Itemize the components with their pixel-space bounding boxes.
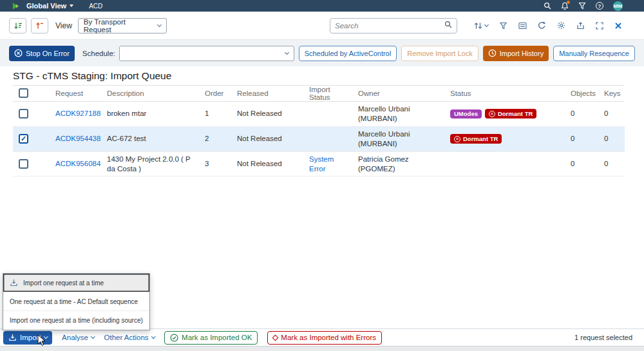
system-id: ACD bbox=[89, 3, 102, 10]
funnel-icon bbox=[499, 22, 507, 30]
help-icon[interactable]: ? bbox=[596, 2, 603, 10]
refresh-icon bbox=[538, 21, 546, 30]
keys-cell: 0 bbox=[599, 106, 625, 121]
sort-ascending-button[interactable] bbox=[9, 18, 26, 33]
scheduled-by-activecontrol-button[interactable]: Scheduled by ActiveControl bbox=[299, 46, 397, 61]
chevron-down-icon bbox=[285, 50, 289, 54]
search-icon[interactable] bbox=[444, 21, 452, 30]
menu-item-label: One request at a time - AC Default seque… bbox=[10, 298, 138, 305]
view-select[interactable]: By Transport Request bbox=[78, 18, 167, 33]
released-cell: Not Released bbox=[232, 131, 304, 146]
arrow-down-lines-icon bbox=[14, 22, 23, 30]
mark-imported-errors-button[interactable]: Mark as Imported with Errors bbox=[267, 331, 382, 345]
row-checkbox[interactable] bbox=[19, 159, 28, 169]
column-header-owner: Owner bbox=[353, 90, 445, 97]
table-rows-icon bbox=[518, 22, 527, 30]
request-link[interactable]: ACDK954438 bbox=[50, 131, 102, 146]
manually-resequence-button[interactable]: Manually Resequence bbox=[553, 46, 635, 61]
column-header-keys: Keys bbox=[599, 90, 625, 97]
other-actions-button[interactable]: Other Actions bbox=[104, 334, 155, 341]
mark-imported-ok-button[interactable]: Mark as Imported OK bbox=[164, 331, 258, 345]
status-badge: ✕Dormant TR bbox=[485, 109, 536, 119]
import-history-button[interactable]: Import History bbox=[483, 46, 549, 61]
sort-icon bbox=[474, 22, 482, 30]
request-link[interactable]: ACDK927188 bbox=[50, 106, 102, 121]
schedule-label: Schedule: bbox=[82, 50, 115, 57]
owner-cell: Patricia Gomez (PGOMEZ) bbox=[353, 152, 445, 176]
column-header-request: Request bbox=[50, 90, 102, 97]
close-button[interactable] bbox=[614, 22, 622, 30]
fullscreen-icon bbox=[596, 22, 603, 30]
row-checkbox[interactable] bbox=[19, 109, 28, 119]
gear-icon bbox=[557, 21, 565, 30]
description-cell: broken mtar bbox=[102, 106, 200, 121]
table-row: ✓ ACDK954438 AC-672 test 2 Not Released … bbox=[13, 127, 625, 152]
request-link[interactable]: ACDK956084 bbox=[50, 157, 102, 171]
status-badge: UModes bbox=[450, 109, 482, 119]
select-all-checkbox[interactable] bbox=[19, 88, 28, 98]
import-button[interactable]: Import bbox=[3, 331, 52, 345]
search-field bbox=[330, 18, 457, 33]
badge-group bbox=[445, 162, 565, 167]
search-icon[interactable] bbox=[544, 2, 551, 10]
released-cell: Not Released bbox=[232, 157, 304, 171]
global-view-menu[interactable]: Global View bbox=[26, 2, 73, 10]
search-input[interactable] bbox=[335, 22, 444, 30]
row-checkbox[interactable]: ✓ bbox=[19, 134, 28, 144]
import-icon bbox=[8, 334, 17, 341]
schedule-select[interactable] bbox=[119, 46, 294, 61]
keys-cell: 0 bbox=[599, 131, 625, 146]
page-title: STG - cTMS Staging: Import Queue bbox=[13, 70, 644, 82]
description-cell: AC-672 test bbox=[102, 131, 200, 146]
column-header-order: Order bbox=[200, 90, 232, 97]
column-header-description: Description bbox=[102, 90, 200, 97]
import-icon bbox=[10, 279, 18, 287]
released-cell: Not Released bbox=[232, 106, 304, 121]
settings-button[interactable] bbox=[557, 21, 565, 30]
avatar[interactable]: MM bbox=[613, 1, 623, 11]
menu-item[interactable]: One request at a time - AC Default seque… bbox=[3, 292, 149, 311]
import-status-cell[interactable]: System Error bbox=[304, 152, 353, 176]
arrow-up-minus-icon bbox=[35, 22, 44, 30]
check-circle-icon bbox=[170, 334, 178, 342]
sort-menu-button[interactable] bbox=[474, 22, 488, 30]
shell-actions: ? MM bbox=[544, 1, 623, 11]
chevron-down-icon bbox=[70, 5, 73, 7]
diamond-error-icon bbox=[272, 334, 279, 341]
filter-icon[interactable] bbox=[578, 2, 586, 10]
group-columns-button[interactable] bbox=[518, 22, 527, 30]
view-label: View bbox=[55, 21, 72, 30]
export-icon bbox=[576, 22, 585, 30]
sort-descending-button[interactable] bbox=[31, 18, 48, 33]
circle-x-icon: ✕ bbox=[454, 136, 460, 142]
refresh-button[interactable] bbox=[538, 21, 546, 30]
stop-on-error-button[interactable]: Stop On Error bbox=[9, 46, 75, 61]
fullscreen-button[interactable] bbox=[596, 22, 603, 30]
footer-bar: Import Analyse Other Actions Mark as Imp… bbox=[0, 328, 644, 346]
bottom-strip bbox=[0, 346, 644, 351]
import-status-cell[interactable] bbox=[304, 137, 353, 142]
keys-cell: 0 bbox=[599, 157, 625, 171]
close-icon bbox=[614, 22, 622, 30]
import-status-cell[interactable] bbox=[304, 111, 353, 117]
owner-cell: Marcello Urbani (MURBANI) bbox=[353, 102, 445, 126]
action-bar: Stop On Error Schedule: Scheduled by Act… bbox=[0, 40, 644, 66]
order-cell: 1 bbox=[200, 106, 232, 121]
order-cell: 3 bbox=[200, 157, 232, 171]
filter-button[interactable] bbox=[499, 22, 507, 30]
remove-import-lock-button[interactable]: Remove Import Lock bbox=[401, 46, 478, 61]
analyse-button[interactable]: Analyse bbox=[62, 334, 94, 341]
description-cell: 1430 My Project 2.0.0 ( P da Costa ) bbox=[102, 152, 200, 176]
notifications-bell-icon[interactable] bbox=[561, 2, 569, 10]
clock-icon bbox=[488, 49, 497, 57]
column-header-released: Released bbox=[232, 90, 304, 97]
table-row: ACDK927188 broken mtar 1 Not Released Ma… bbox=[13, 102, 625, 127]
table-header-row: Request Description Order Released Impor… bbox=[13, 85, 625, 102]
selection-status: 1 request selected bbox=[574, 334, 636, 341]
menu-item[interactable]: Import one request at a time (including … bbox=[3, 311, 149, 330]
import-queue-table: Request Description Order Released Impor… bbox=[13, 85, 625, 177]
circle-x-icon bbox=[14, 49, 23, 57]
app-logo-icon[interactable] bbox=[12, 2, 20, 10]
export-button[interactable] bbox=[576, 22, 585, 30]
menu-item[interactable]: Import one request at a time bbox=[3, 274, 149, 292]
